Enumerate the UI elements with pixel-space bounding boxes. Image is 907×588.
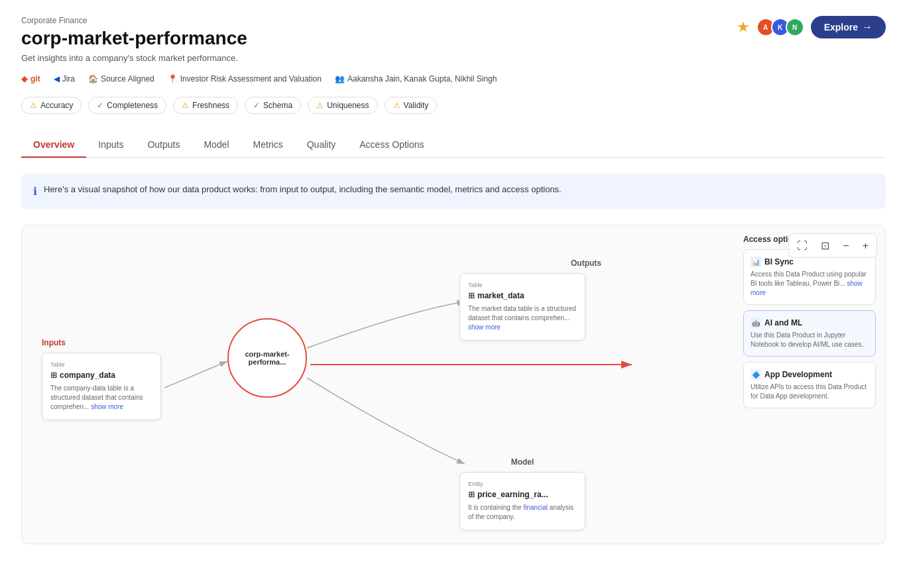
model-card-desc: It is containing the financial analysis … xyxy=(468,503,577,522)
quality-badges: ⚠ Accuracy ✓ Completeness ⚠ Freshness ✓ … xyxy=(21,97,886,114)
jira-icon: ◀ xyxy=(54,74,60,84)
explore-button[interactable]: Explore → xyxy=(811,16,886,38)
risk-icon: 📍 xyxy=(168,74,178,84)
app-dev-desc: Utilize APIs to access this Data Product… xyxy=(751,382,869,401)
meta-row: ◆ git ◀ Jira 🏠 Source Aligned 📍 Investor… xyxy=(21,74,886,84)
input-card-title: ⊞ company_data xyxy=(50,371,152,380)
tab-model[interactable]: Model xyxy=(192,133,241,158)
output-card-type: Table xyxy=(468,282,577,288)
badge-freshness[interactable]: ⚠ Freshness xyxy=(173,97,238,114)
meta-risk[interactable]: 📍 Investor Risk Assessment and Valuation xyxy=(168,74,322,84)
input-card-desc: The company-data table is a structured d… xyxy=(50,384,152,412)
center-circle[interactable]: corp-market-performa... xyxy=(227,318,307,398)
meta-jira[interactable]: ◀ Jira xyxy=(54,74,75,84)
meta-source[interactable]: 🏠 Source Aligned xyxy=(88,74,154,84)
input-show-more[interactable]: show more xyxy=(91,403,123,410)
output-show-more[interactable]: show more xyxy=(468,323,501,331)
badge-validity[interactable]: ⚠ Validity xyxy=(385,97,438,114)
explore-arrow-icon: → xyxy=(862,21,873,33)
ai-ml-title: 🤖 AI and ML xyxy=(751,318,869,328)
output-card[interactable]: Table ⊞ market_data The market data tabl… xyxy=(459,273,585,341)
ai-ml-desc: Use this Data Product in Jupyter Noteboo… xyxy=(751,331,869,349)
access-card-ai-ml[interactable]: 🤖 AI and ML Use this Data Product in Jup… xyxy=(743,310,876,357)
bi-sync-title: 📊 BI Sync xyxy=(751,257,869,267)
fit-btn[interactable]: ⊡ xyxy=(816,237,835,255)
ai-ml-icon: 🤖 xyxy=(751,318,761,328)
center-label: corp-market-performa... xyxy=(235,350,299,366)
fullscreen-btn[interactable]: ⛶ xyxy=(792,237,813,255)
output-card-title: ⊞ market_data xyxy=(468,291,577,300)
diagram-area: Inputs Table ⊞ company_data The company-… xyxy=(22,225,885,544)
table-icon: ⊞ xyxy=(50,371,57,380)
output-card-desc: The market data table is a structured da… xyxy=(468,304,577,332)
info-text: Here's a visual snapshot of how our data… xyxy=(44,183,562,196)
badge-completeness[interactable]: ✓ Completeness xyxy=(88,97,166,114)
access-card-app-dev[interactable]: 🔷 App Development Utilize APIs to access… xyxy=(743,362,876,408)
bi-sync-desc: Access this Data Product using popular B… xyxy=(751,270,869,298)
star-button[interactable]: ★ xyxy=(737,19,750,36)
bi-show-more[interactable]: show more xyxy=(751,280,863,296)
tab-metrics[interactable]: Metrics xyxy=(241,133,295,158)
tab-access-options[interactable]: Access Options xyxy=(347,133,436,158)
model-label: Model xyxy=(459,457,585,467)
model-card-type: Entity xyxy=(468,481,577,487)
app-dev-icon: 🔷 xyxy=(751,369,761,380)
badge-schema[interactable]: ✓ Schema xyxy=(245,97,301,114)
completeness-icon: ✓ xyxy=(97,101,103,110)
meta-git[interactable]: ◆ git xyxy=(21,74,40,84)
output-table-icon: ⊞ xyxy=(468,291,475,300)
info-icon: ℹ xyxy=(33,184,37,200)
uniqueness-icon: ⚠ xyxy=(316,101,324,110)
validity-icon: ⚠ xyxy=(393,101,400,110)
model-card[interactable]: Entity ⊞ price_earning_ra... It is conta… xyxy=(459,472,585,530)
model-icon: ⊞ xyxy=(468,490,475,499)
diagram-inputs: Inputs Table ⊞ company_data The company-… xyxy=(42,338,161,420)
input-card-type: Table xyxy=(50,361,152,368)
tabs: Overview Inputs Outputs Model Metrics Qu… xyxy=(21,133,886,158)
center-node[interactable]: corp-market-performa... xyxy=(227,318,307,398)
authors-icon: 👥 xyxy=(335,74,345,84)
meta-authors: 👥 Aakansha Jain, Kanak Gupta, Nikhil Sin… xyxy=(335,74,497,84)
source-icon: 🏠 xyxy=(88,74,98,84)
access-options-panel: Access options 📊 BI Sync Access this Dat… xyxy=(743,235,876,414)
diagram-outputs: Outputs Table ⊞ market_data The market d… xyxy=(459,259,713,341)
accuracy-icon: ⚠ xyxy=(30,101,37,110)
bi-sync-icon: 📊 xyxy=(751,257,761,267)
zoom-out-btn[interactable]: − xyxy=(837,237,854,255)
input-card[interactable]: Table ⊞ company_data The company-data ta… xyxy=(42,353,161,420)
avatar-3: N xyxy=(786,18,804,36)
tab-inputs[interactable]: Inputs xyxy=(86,133,135,158)
avatar-group: A K N xyxy=(756,18,804,36)
model-card-title: ⊞ price_earning_ra... xyxy=(468,490,577,499)
git-icon: ◆ xyxy=(21,74,28,84)
page-subtitle: Get insights into a company's stock mark… xyxy=(21,53,886,63)
tab-outputs[interactable]: Outputs xyxy=(135,133,192,158)
inputs-label: Inputs xyxy=(42,338,161,347)
badge-accuracy[interactable]: ⚠ Accuracy xyxy=(21,97,82,114)
app-dev-title: 🔷 App Development xyxy=(751,369,869,380)
zoom-in-btn[interactable]: + xyxy=(857,237,874,255)
diagram-controls: ⛶ ⊡ − + xyxy=(788,233,877,258)
tab-overview[interactable]: Overview xyxy=(21,133,86,158)
freshness-icon: ⚠ xyxy=(182,101,189,110)
badge-uniqueness[interactable]: ⚠ Uniqueness xyxy=(308,97,377,114)
header-actions: ★ A K N Explore → xyxy=(737,16,886,38)
diagram-model: Model Entity ⊞ price_earning_ra... It is… xyxy=(459,457,585,530)
tab-quality[interactable]: Quality xyxy=(295,133,348,158)
diagram-container: ⛶ ⊡ − + xyxy=(21,225,886,544)
info-banner: ℹ Here's a visual snapshot of how our da… xyxy=(21,174,886,209)
schema-icon: ✓ xyxy=(253,101,260,110)
outputs-label: Outputs xyxy=(459,259,713,268)
